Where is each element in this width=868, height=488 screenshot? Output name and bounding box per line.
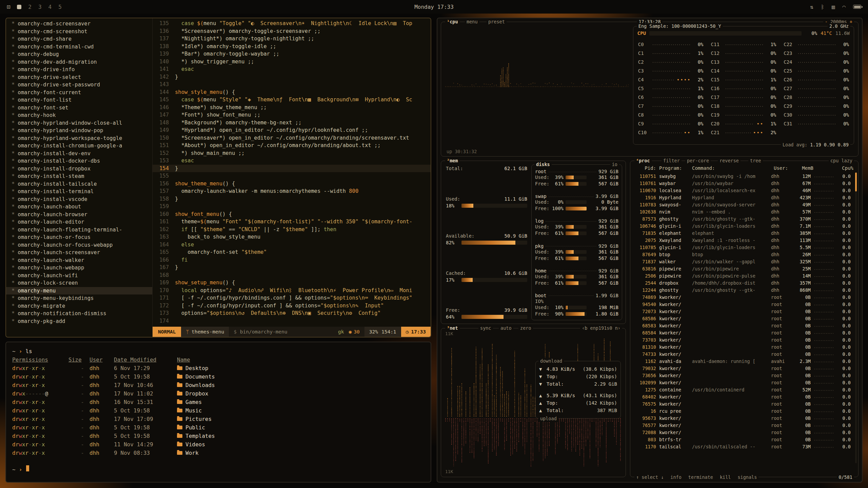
header-pid[interactable]: Pid: [634,165,656,171]
header-mem[interactable]: MemB [794,165,813,171]
file-list-item[interactable]: * omarchy-font-list [6,96,152,104]
file-list-item[interactable]: * omarchy-menu-keybindings [6,294,152,302]
process-row[interactable]: 2075 Xwayland Xwayland :1 -rootless - dh… [630,237,855,244]
system-monitor-icon[interactable]: ▥ [832,4,835,10]
proc-footer-button[interactable]: info [670,474,682,480]
header-program[interactable]: Program: [659,165,689,171]
file-list-item[interactable]: * omarchy-hyprland-window-close-all [6,119,152,127]
file-list-item[interactable]: * omarchy-launch-floating-terminal- [6,226,152,234]
process-row[interactable]: 72088 kworker/ root 0B 0.0 [630,429,855,436]
interval-decrease[interactable]: - [825,19,828,24]
process-row[interactable]: 68402 kworker/ root 0B 0.0 [630,393,855,400]
launcher-icon[interactable]: ⊡ [7,3,10,10]
process-row[interactable]: 106746 glycin-i /usr/lib/glycin-loaders … [630,222,855,229]
file-list-item[interactable]: * omarchy-cmd-terminal-cwd [6,43,152,51]
net-interface-selector[interactable]: ‹b enp191s0 n› [580,325,622,331]
btop-preset-button[interactable]: preset [487,19,507,25]
file-list-item[interactable]: * omarchy-dev-add-migration [6,58,152,66]
proc-sort-selector[interactable]: cpu lazy [829,158,854,164]
process-row[interactable]: 1162 avahi-da avahi-daemon: running [ av… [630,358,855,365]
process-row[interactable]: 94540 kworker/ root 0B 0.0 [630,301,855,308]
process-row[interactable]: 12244 ghostty /usr/bin/ghostty --gtk- dh… [630,286,855,293]
file-list-item[interactable]: * omarchy-launch-webapp [6,264,152,272]
code-pane[interactable]: 135 case $(menu "Toggle" "◐ Screensaver\… [153,18,431,337]
process-row[interactable]: 68583 kworker/ root 0B 0.0 [630,322,855,329]
prompt-line-empty[interactable]: ~ › [12,465,425,474]
process-row[interactable]: 76575 kworker/ root 0B 0.0 [630,400,855,407]
net-sync-option[interactable]: sync [478,325,493,331]
process-row[interactable]: 110670 localsea /usr/lib/localsearch-ex … [630,187,855,194]
process-row[interactable]: 1275 containe /usr/bin/containerd root 5… [630,386,855,393]
process-row[interactable]: 73703 kworker/ root 0B 0.0 [630,336,855,343]
file-list-item[interactable]: * omarchy-menu [6,287,152,295]
process-row[interactable]: 87649 btop btop dhh 26M 0.0 [630,251,855,258]
wifi-icon[interactable]: ◠ [842,4,846,10]
process-row[interactable]: 1170 tailscal /usr/sbin/tailscaled -- ro… [630,443,855,450]
process-row[interactable]: 68586 kworker/ root 0B 0.0 [630,315,855,322]
file-list-item[interactable]: * omarchy-pkg-add [6,318,152,325]
file-list-item[interactable]: * omarchy-debug [6,50,152,58]
net-auto-option[interactable]: auto [499,325,513,331]
workspace-3[interactable]: 3 [38,4,42,10]
file-list-item[interactable]: * omarchy-launch-browser [6,211,152,219]
process-row[interactable]: 87573 ghostty /usr/bin/ghostty --gtk- dh… [630,215,855,222]
proc-reverse-option[interactable]: reverse [718,158,741,164]
process-row[interactable]: 76577 kworker/ root 0B 0.0 [630,422,855,429]
file-list-item[interactable]: * omarchy-cmd-screenshot [6,28,152,36]
file-list-item[interactable]: * omarchy-launch-screensaver [6,249,152,257]
process-row[interactable]: 102099 kworker/ root 0B 0.0 [630,379,855,386]
battery-icon[interactable] [853,5,861,9]
process-row[interactable]: 2544 dropbox /home/dhh/.dropbox-dist dhh… [630,279,855,286]
bluetooth-icon[interactable]: ᛒ [821,4,824,10]
workspace-4[interactable]: 4 [48,4,52,10]
process-row[interactable]: 2506 pipewire /usr/bin/pipewire-pulse dh… [630,272,855,279]
proc-percore-option[interactable]: per-core [685,158,711,164]
process-row[interactable]: 110751 swaybg /usr/bin/swaybg -i /hom dh… [630,172,855,180]
file-list-item[interactable]: * omarchy-drive-set-password [6,81,152,89]
io-tab[interactable]: io [612,162,617,167]
arrows-updown-icon[interactable]: ⇅ [810,4,813,10]
proc-footer-button[interactable]: signals [737,474,757,480]
process-row[interactable]: 16 rcu_pree root 0B 0.0 [630,407,855,414]
header-cpu[interactable]: Cpu% [839,165,853,171]
file-list-item[interactable]: * omarchy-install-dropbox [6,165,152,173]
workspace-2[interactable]: 2 [28,4,32,10]
proc-footer-button[interactable]: ↑ select ↓ [636,474,664,480]
btop-menu-button[interactable]: menu [465,19,479,25]
file-list-item[interactable]: * omarchy-launch-or-focus [6,233,152,241]
file-list-item[interactable]: * omarchy-hook [6,111,152,119]
file-list-item[interactable]: * omarchy-hyprland-window-pop [6,127,152,135]
file-list-item[interactable]: * omarchy-install-tailscale [6,180,152,188]
header-command[interactable]: Command: [692,165,771,171]
process-row[interactable]: 68584 kworker/ root 0B 0.0 [630,329,855,336]
process-row[interactable]: 79032 kworker/ root 0B 0.0 [630,365,855,372]
file-list-item[interactable]: * omarchy-notification-dismiss [6,310,152,318]
process-row[interactable]: 803 btrfs-tr root 0B 0.0 [630,436,855,443]
file-list-item[interactable]: * omarchy-install-dev-env [6,150,152,158]
file-list-item[interactable]: * omarchy-launch-about [6,203,152,211]
header-user[interactable]: User: [774,165,791,171]
file-list-item[interactable]: * omarchy-launch-wifi [6,272,152,280]
proc-filter-option[interactable]: filter [662,158,682,164]
file-list-item[interactable]: * omarchy-migrate [6,302,152,310]
process-row[interactable]: 110783 swayosd- /usr/bin/swayosd-server … [630,201,855,208]
process-row[interactable]: 95673 kworker/ root 0B 0.0 [630,414,855,422]
process-scrollbar[interactable] [855,172,857,463]
disks-tab[interactable]: disks [536,162,550,167]
file-list-item[interactable]: * omarchy-lock-screen [6,279,152,287]
file-list-item[interactable]: * omarchy-install-steam [6,172,152,180]
process-row[interactable]: 81310 kworker/ root 0B 0.0 [630,343,855,350]
proc-footer-button[interactable]: terminate [688,474,713,480]
process-row[interactable]: 74869 kworker/ root 0B 0.0 [630,293,855,301]
process-row[interactable]: 110785 glycin-i /usr/lib/glycin-loaders … [630,244,855,251]
process-row[interactable]: 71835 elephant elephant dhh 385M 0.0 [630,229,855,237]
file-list-item[interactable]: * omarchy-font-set [6,104,152,112]
file-list-item[interactable]: * omarchy-install-vscode [6,196,152,203]
proc-tree-option[interactable]: tree [748,158,763,164]
file-list-item[interactable]: * omarchy-install-docker-dbs [6,157,152,165]
proc-footer-button[interactable]: kill [720,474,731,480]
workspace-5[interactable]: 5 [58,4,62,10]
file-list-item[interactable]: * omarchy-cmd-screensaver [6,20,152,28]
file-list-item[interactable]: * omarchy-install-chromium-google-a [6,142,152,150]
file-list-item[interactable]: * omarchy-launch-editor [6,218,152,226]
